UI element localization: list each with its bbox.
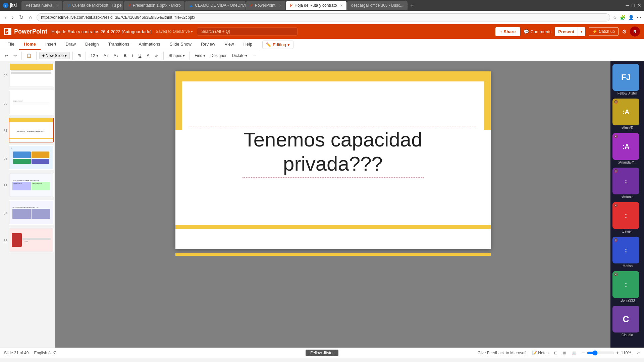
slide-title-line1[interactable]: Tenemos capacidad	[244, 128, 423, 152]
close-button[interactable]: ✕	[637, 3, 641, 8]
participant-ananda[interactable]: :A 🔇 :Ananda-Y...	[612, 133, 642, 166]
tab-slideshow[interactable]: Slide Show	[165, 39, 196, 50]
participant-antonio[interactable]: : 🔇 :Antonio	[612, 168, 642, 201]
present-button[interactable]: Present	[555, 27, 578, 36]
settings-icon[interactable]: ⋯	[637, 15, 641, 20]
tab-descargar[interactable]: descargar office 365 - Busc... ✕	[347, 1, 408, 10]
tab-close-icon[interactable]: ✕	[184, 4, 184, 7]
editing-mode-button[interactable]: ✏️ Editing ▾	[262, 41, 293, 49]
slide-thumb-29[interactable]	[9, 63, 54, 87]
slides-panel[interactable]: 29 30 capacidad	[0, 61, 55, 348]
slide-thumb-31[interactable]: Tenemos capacidad privada???	[9, 118, 54, 142]
slide-canvas[interactable]: Tenemos capacidad privada???	[175, 71, 491, 249]
slide-content-area[interactable]: Tenemos capacidad privada???	[182, 81, 484, 222]
tab-home[interactable]: Home	[19, 39, 41, 50]
catch-up-button[interactable]: ⚡ Catch up	[589, 27, 619, 36]
tab-clamo[interactable]: ☁ CLAMO DE VIDA - OneDrive ✕	[185, 1, 246, 10]
redo-button[interactable]: ↪	[11, 52, 19, 59]
undo-button[interactable]: ↩	[3, 52, 10, 59]
tab-pestana-nueva[interactable]: Pestaña nueva ✕	[21, 1, 62, 10]
tab-insert[interactable]: Insert	[41, 39, 61, 50]
font-increase-button[interactable]: A↑	[102, 52, 110, 59]
slide-title-line2[interactable]: privada???	[283, 152, 383, 176]
slide-thumb-35[interactable]: 1 2 3 4 5	[9, 228, 54, 252]
tab-animations[interactable]: Animations	[134, 39, 165, 50]
new-slide-button[interactable]: + New Slide ▾	[39, 52, 70, 59]
shapes-button[interactable]: Shapes ▾	[166, 52, 187, 59]
share-button[interactable]: ↑ Share	[495, 27, 521, 36]
tab-close-icon[interactable]: ✕	[56, 4, 58, 7]
participant-javier[interactable]: : 🔇 :Javier:	[612, 202, 642, 235]
participant-sonja[interactable]: : 🔇 :Sonja333	[612, 271, 642, 304]
tab-powerpoint[interactable]: P PowerPoint ✕	[246, 1, 285, 10]
tab-close-icon[interactable]: ✕	[279, 4, 281, 7]
more-options-button[interactable]: ···	[251, 52, 258, 59]
dictate-button[interactable]: Dictate ▾	[230, 52, 249, 59]
participant-fellow-jitster[interactable]: FJ Fellow Jitster	[612, 64, 642, 97]
slide-thumb-row-34: 34 DIFERENCIAMOS A UNA PANDEMIA TYP...	[1, 200, 54, 226]
zoom-out-button[interactable]: −	[582, 350, 585, 356]
font-decrease-button[interactable]: A↓	[112, 52, 120, 59]
refresh-button[interactable]: ↻	[17, 13, 25, 21]
ribbon-tabs: File Home Insert Draw Design Transitions…	[0, 39, 260, 50]
user-avatar[interactable]: R	[630, 26, 640, 37]
slide-thumb-32[interactable]: •	[9, 145, 54, 170]
participant-alma[interactable]: :A 🔇 :Alma*R	[612, 99, 642, 132]
saved-status[interactable]: · Saved to OneDrive ▾	[154, 29, 193, 34]
tab-close-icon[interactable]: ✕	[340, 4, 343, 7]
slide-sorter-icon[interactable]: ⊞	[563, 351, 566, 355]
tab-view[interactable]: View	[220, 39, 239, 50]
reading-view-icon[interactable]: 📖	[572, 351, 577, 355]
find-button[interactable]: Find ▾	[193, 52, 207, 59]
tab-design[interactable]: Design	[80, 39, 103, 50]
zoom-slider[interactable]	[587, 350, 614, 356]
maximize-button[interactable]: □	[632, 3, 635, 8]
tab-review[interactable]: Review	[196, 39, 220, 50]
present-dropdown-button[interactable]: ▾	[578, 27, 585, 36]
font-size-button[interactable]: 12 ▾	[89, 52, 100, 59]
notes-button[interactable]: 📝 Notes	[532, 351, 549, 355]
ribbon: File Home Insert Draw Design Transitions…	[0, 39, 644, 61]
comments-button[interactable]: 💬 Comments	[524, 29, 551, 34]
font-color-button[interactable]: A	[145, 52, 151, 59]
address-input[interactable]	[37, 13, 610, 21]
tab-cuenta-microsoft[interactable]: M Cuenta de Microsoft | Tu pe ✕	[63, 1, 123, 10]
search-input[interactable]	[197, 27, 298, 36]
forward-button[interactable]: ›	[10, 14, 15, 21]
underline-button[interactable]: U	[137, 52, 144, 59]
bookmark-icon[interactable]: ☆	[613, 15, 617, 20]
slide-thumb-30[interactable]: capacidad	[9, 90, 54, 115]
profile-icon[interactable]: 👤	[628, 15, 634, 20]
fit-to-window-icon[interactable]: ⤢	[637, 351, 640, 355]
layout-button[interactable]: ⊞	[75, 52, 83, 59]
javier-name: :Javier:	[612, 230, 642, 233]
tab-help[interactable]: Help	[238, 39, 257, 50]
tab-draw[interactable]: Draw	[61, 39, 80, 50]
tab-file[interactable]: File	[3, 39, 19, 50]
slide-thumb-row-33: 33 TIPO DE TERRENOS AMALINIPOTE CADA... …	[1, 173, 54, 199]
highlight-button[interactable]: 🖊	[153, 52, 161, 59]
back-button[interactable]: ‹	[3, 14, 8, 21]
bold-button[interactable]: B	[122, 52, 129, 59]
slide-thumb-34[interactable]: DIFERENCIAMOS A UNA PANDEMIA TYP...	[9, 200, 54, 225]
tab-presentation[interactable]: P Presentation 1.pptx - Micro ✕	[124, 1, 184, 10]
designer-button[interactable]: Designer	[209, 52, 229, 59]
feedback-label[interactable]: Give Feedback to Microsoft	[478, 351, 527, 355]
tab-close-icon[interactable]: ✕	[407, 4, 408, 7]
app-settings-icon[interactable]: ⚙	[622, 28, 627, 35]
participant-claudio[interactable]: C Claudio	[612, 306, 642, 339]
tab-transitions[interactable]: Transitions	[103, 39, 134, 50]
tab-hoja-ruta[interactable]: P Hoja de Ruta y contrato ✕	[286, 1, 346, 10]
participant-marisa[interactable]: : 🔇 :Marisa	[612, 237, 642, 270]
slide-thumb-33[interactable]: TIPO DE TERRENOS AMALINIPOTE CADA... La …	[9, 173, 54, 197]
extensions-icon[interactable]: 🧩	[620, 15, 626, 20]
clipboard-button[interactable]: 📋	[24, 52, 34, 59]
slide-thumb-row-30: 30 capacidad	[1, 90, 54, 116]
normal-view-icon[interactable]: ⊟	[554, 351, 557, 355]
sep3	[72, 52, 73, 60]
home-button[interactable]: ⌂	[27, 14, 34, 21]
new-tab-button[interactable]: +	[408, 2, 416, 9]
italic-button[interactable]: I	[130, 52, 135, 59]
zoom-in-button[interactable]: +	[616, 350, 619, 356]
minimize-button[interactable]: ─	[626, 3, 629, 8]
